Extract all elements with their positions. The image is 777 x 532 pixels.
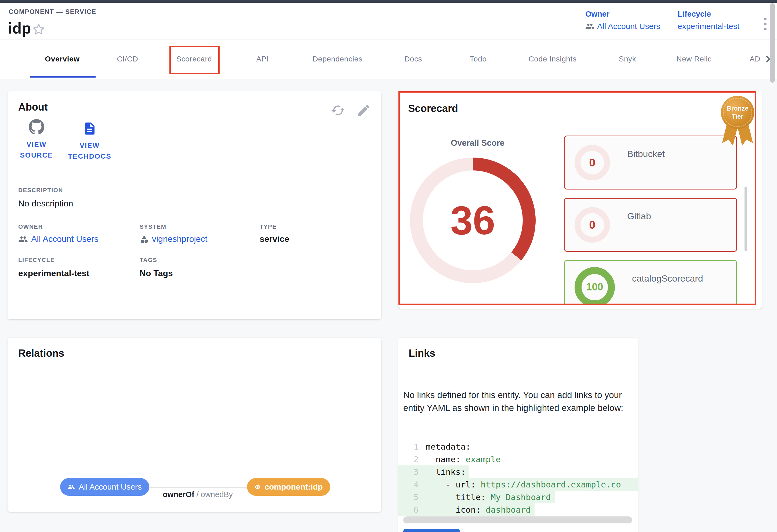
code-line: 6 icon: dashboard [398, 503, 638, 516]
score-item-label: catalogScorecard [632, 273, 703, 284]
header-lifecycle-value: experimental-test [678, 22, 740, 31]
people-icon [18, 234, 28, 244]
system-value-link[interactable]: vigneshproject [140, 234, 207, 244]
score-ring: 100 [575, 267, 615, 305]
relation-node-component[interactable]: component:idp [247, 478, 330, 496]
links-action-button[interactable] [403, 529, 460, 532]
about-card-title: About [18, 102, 48, 113]
relation-node-owner-label: All Account Users [79, 482, 142, 492]
header-owner: Owner All Account Users [585, 10, 660, 31]
entity-tabbar: OverviewCI/CDScorecardAPIDependenciesDoc… [0, 39, 777, 79]
tab-todo[interactable]: Todo [470, 39, 486, 79]
overall-score-gauge: 36 [410, 157, 536, 283]
links-empty-message: No links defined for this entity. You ca… [403, 389, 634, 414]
tab-snyk[interactable]: Snyk [619, 39, 636, 79]
scorecard-items-list: 0Bitbucket0Gitlab100catalogScorecard [564, 136, 737, 305]
score-ring: 0 [575, 145, 610, 180]
relations-card-title: Relations [18, 348, 64, 359]
score-item-label: Bitbucket [627, 149, 665, 159]
refresh-icon[interactable] [331, 103, 345, 118]
bronze-tier-badge: Bronze Tier [721, 96, 754, 140]
view-source-link[interactable]: VIEW SOURCE [15, 119, 58, 161]
score-item-catalogscorecard[interactable]: 100catalogScorecard [564, 260, 737, 305]
overall-score-value: 36 [410, 157, 536, 283]
score-item-label: Gitlab [627, 211, 651, 222]
edit-pencil-icon[interactable] [356, 103, 371, 118]
techdocs-icon [83, 121, 97, 136]
scorecard-list-scrollbar[interactable] [745, 186, 747, 251]
tab-code-insights[interactable]: Code Insights [528, 39, 576, 79]
tab-api[interactable]: API [256, 39, 269, 79]
relation-node-component-label: component:idp [264, 482, 323, 492]
description-value: No description [18, 198, 73, 209]
header-lifecycle: Lifecycle experimental-test [678, 10, 740, 31]
tab-docs[interactable]: Docs [404, 39, 422, 79]
overall-score-label: Overall Score [451, 138, 505, 148]
view-techdocs-label: VIEW TECHDOCS [63, 140, 117, 162]
breadcrumb: COMPONENT — SERVICE [9, 8, 96, 16]
score-ring: 0 [575, 207, 610, 243]
owner-value-link[interactable]: All Account Users [18, 234, 99, 244]
code-line: 1metadata: [398, 440, 638, 453]
entity-header: COMPONENT — SERVICE idp Owner All Accoun… [0, 3, 777, 39]
view-techdocs-link[interactable]: VIEW TECHDOCS [63, 121, 117, 162]
tab-new-relic[interactable]: New Relic [676, 39, 711, 79]
links-card: Links No links defined for this entity. … [398, 338, 638, 532]
score-item-gitlab[interactable]: 0Gitlab [564, 198, 737, 252]
active-tab-indicator [30, 76, 96, 78]
chip-icon [254, 482, 261, 492]
header-owner-label: Owner [585, 10, 660, 18]
about-card: About VIEW SOURCE VIEW TECHDOCS DESCRIPT… [7, 91, 381, 319]
bronze-medal-icon: Bronze Tier [721, 96, 754, 129]
type-value: service [260, 234, 289, 244]
page-title: idp [8, 19, 31, 37]
tags-value: No Tags [140, 268, 173, 278]
tab-overview[interactable]: Overview [45, 39, 80, 79]
tab-dependencies[interactable]: Dependencies [313, 39, 362, 79]
view-source-label: VIEW SOURCE [15, 139, 58, 161]
yaml-example-codeblock: 1metadata:2 name: example3 links:4 - url… [398, 440, 638, 516]
links-card-title: Links [409, 348, 435, 359]
favorite-star-icon[interactable] [31, 22, 46, 37]
lifecycle-label: LIFECYCLE [18, 257, 55, 264]
relations-card: Relations All Account Users component:id… [7, 338, 381, 512]
code-line: 5 title: My Dashboard [398, 491, 638, 503]
scorecard-tab-annotation-box [170, 46, 220, 74]
scorecard-card: Scorecard Bronze Tier Overall Score 36 0… [398, 91, 762, 309]
people-icon [68, 482, 75, 492]
code-line: 4 - url: https://dashboard.example.co [398, 478, 638, 491]
github-icon [29, 119, 44, 135]
tab-ci-cd[interactable]: CI/CD [117, 39, 138, 79]
code-line: 3 links: [398, 466, 638, 478]
header-owner-value[interactable]: All Account Users [585, 22, 660, 31]
code-line: 2 name: example [398, 453, 638, 466]
system-label: SYSTEM [140, 223, 166, 230]
type-label: TYPE [260, 223, 276, 230]
lifecycle-value: experimental-test [18, 268, 89, 278]
owner-label: OWNER [18, 223, 43, 230]
system-icon [140, 235, 149, 244]
relation-node-owner[interactable]: All Account Users [60, 478, 149, 496]
tab-ad[interactable]: AD [750, 39, 765, 79]
people-icon [585, 22, 594, 31]
score-item-bitbucket[interactable]: 0Bitbucket [564, 136, 737, 189]
tags-label: TAGS [140, 257, 157, 264]
scorecard-card-title: Scorecard [408, 103, 458, 114]
more-options-kebab-icon[interactable] [760, 18, 771, 39]
relation-edge-label: ownerOf / ownedBy [163, 490, 233, 499]
description-label: DESCRIPTION [18, 187, 63, 194]
code-horizontal-scrollbar[interactable] [403, 516, 632, 523]
page-scrollbar-thumb[interactable] [770, 3, 775, 83]
top-window-bar [0, 0, 777, 3]
relation-edge-line [149, 487, 247, 488]
header-lifecycle-label: Lifecycle [678, 10, 740, 18]
